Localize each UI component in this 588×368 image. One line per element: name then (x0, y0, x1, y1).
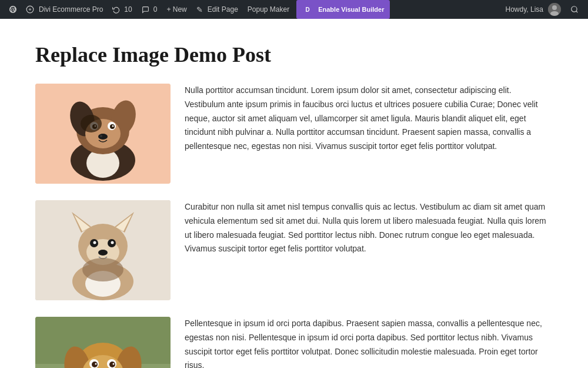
enable-visual-builder-btn[interactable]: D Enable Visual Builder (296, 0, 390, 19)
divi-icon: D (302, 4, 313, 15)
svg-line-5 (576, 11, 578, 13)
revisions-item[interactable]: 10 (108, 0, 136, 19)
user-avatar (548, 3, 561, 16)
edit-icon: ✎ (196, 5, 203, 14)
row-2-paragraph-1: Curabitur non nulla sit amet nisl tempus… (185, 200, 553, 256)
revisions-count: 10 (124, 5, 132, 14)
content-row-2: Curabitur non nulla sit amet nisl tempus… (35, 200, 553, 300)
divi-btn-label: Enable Visual Builder (318, 6, 384, 13)
search-btn[interactable] (566, 0, 583, 19)
svg-point-48 (92, 362, 98, 367)
svg-point-34 (111, 241, 114, 244)
svg-point-19 (98, 134, 108, 140)
svg-point-36 (82, 258, 123, 281)
edit-page-item[interactable]: ✎ Edit Page (192, 0, 243, 19)
svg-point-50 (95, 363, 97, 365)
edit-page-label: Edit Page (208, 5, 238, 14)
svg-point-33 (93, 241, 96, 244)
site-name-label: Divi Ecommerce Pro (39, 5, 103, 14)
svg-point-21 (81, 115, 102, 132)
dog-image-2 (35, 200, 171, 300)
new-item[interactable]: + New (162, 0, 191, 19)
row-1-paragraph-1: Nulla porttitor accumsan tincidunt. Lore… (185, 84, 553, 154)
row-1-text: Nulla porttitor accumsan tincidunt. Lore… (185, 84, 553, 154)
svg-point-4 (572, 6, 577, 12)
content-row-3: Pellentesque in ipsum id orci porta dapi… (35, 317, 553, 368)
svg-point-49 (109, 362, 115, 367)
dog-image-3 (35, 317, 171, 368)
howdy-text: Howdy, Lisa (506, 5, 543, 14)
row-3-paragraph-1: Pellentesque in ipsum id orci porta dapi… (185, 317, 553, 368)
svg-point-2 (552, 5, 557, 10)
comments-item[interactable]: 0 (137, 0, 162, 19)
row-3-text: Pellentesque in ipsum id orci porta dapi… (185, 317, 553, 368)
howdy-item[interactable]: Howdy, Lisa (501, 0, 566, 19)
page-title: Replace Image Demo Post (35, 42, 553, 67)
page-content: Replace Image Demo Post (0, 19, 588, 368)
popup-maker-item[interactable]: Popup Maker (243, 0, 294, 19)
dog-image-1 (35, 84, 171, 184)
popup-maker-label: Popup Maker (248, 5, 289, 14)
svg-point-18 (112, 125, 114, 127)
comments-count: 0 (153, 5, 158, 14)
site-name-item[interactable]: Divi Ecommerce Pro (21, 0, 108, 19)
svg-point-20 (100, 135, 102, 137)
admin-bar: Divi Ecommerce Pro 10 0 + New ✎ Edit Pag… (0, 0, 588, 19)
row-2-text: Curabitur non nulla sit amet nisl tempus… (185, 200, 553, 256)
content-row-1: Nulla porttitor accumsan tincidunt. Lore… (35, 84, 553, 184)
wp-logo[interactable] (5, 0, 21, 19)
svg-point-35 (98, 250, 108, 256)
new-label: + New (166, 5, 186, 14)
svg-point-3 (550, 11, 559, 16)
svg-point-51 (113, 363, 115, 365)
